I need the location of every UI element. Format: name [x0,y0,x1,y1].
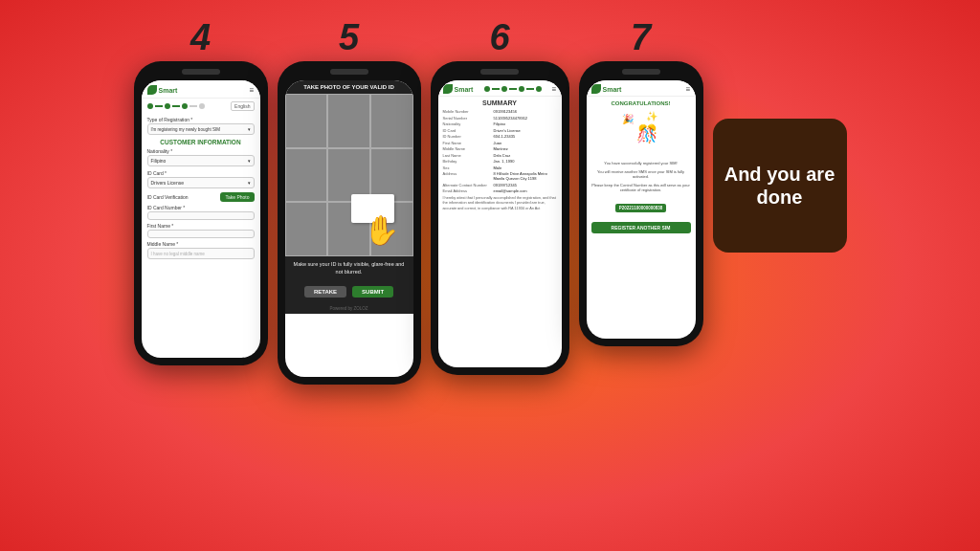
main-container: 4 Smart ≡ [0,0,980,551]
grid-cell-2 [327,94,370,148]
progress-dots-6 [484,86,542,92]
dot-3 [182,103,188,109]
middle-name-input[interactable]: I have no legal middle name [147,248,255,259]
summary-row: Alternate Contact Number09199712345 [443,183,557,187]
done-box: And you are done [713,119,847,253]
dot-6-4 [536,86,542,92]
summary-value: 09199123456 [494,109,517,114]
menu-icon-6[interactable]: ≡ [552,85,557,94]
camera-buttons: RETAKE SUBMIT [285,280,413,303]
line-1 [155,105,163,107]
congrats-text-3: Please keep the Control Number as this w… [591,183,691,193]
summary-row: Last NameDela Cruz [443,153,557,158]
smart-logo-6: Smart [443,84,474,94]
id-card-chevron: ▾ [248,180,251,186]
phone-5-frame: TAKE PHOTO OF YOUR VALID ID [278,61,421,385]
phone-4-screen: Smart ≡ English [142,80,260,358]
retake-button[interactable]: RETAKE [304,286,346,298]
register-another-button[interactable]: REGISTER ANOTHER SIM [591,222,691,233]
summary-key: Address [443,171,491,181]
summary-key: ID Number [443,134,491,139]
leaf-icon-6 [443,84,453,94]
summary-key: Email Address [443,188,491,193]
leaf-icon-7 [591,84,601,94]
phone-4-progress: English [142,99,260,114]
congrats-text-2: You will receive another SMS once your S… [591,169,691,180]
summary-row: ID CardDriver's License [443,128,557,133]
summary-value: 604-1-23435 [494,134,516,139]
nationality-value: Filipino [151,158,167,164]
first-name-input[interactable] [147,230,255,238]
grid-cell-1 [285,94,328,148]
phone-7-frame: Smart ≡ CONGRATULATIONS! 🎉 🎊 ✨ You have … [579,61,703,346]
phone-4-frame: Smart ≡ English [134,61,268,365]
id-number-input[interactable] [147,211,255,220]
language-select[interactable]: English [231,101,254,111]
phone-6-body: SUMMARY Mobile Number09199123456Serial N… [438,97,562,214]
summary-key: Alternate Contact Number [443,183,491,187]
summary-row: Mobile Number09199123456 [443,109,557,114]
type-value: I'm registering my newly bought SIM [151,127,220,132]
type-chevron: ▾ [248,126,251,132]
congrats-text-1: You have successfully registered your SI… [591,161,691,166]
middle-name-placeholder: I have no legal middle name [151,252,205,256]
summary-value: 8 Hillside Drive Annapolis Metro Manila … [494,171,557,181]
summary-key: First Name [443,141,491,145]
step-4-number: 4 [190,19,211,55]
progress-dots-4 [147,103,205,109]
middle-name-label: Middle Name * [147,241,255,247]
line-6-2 [509,88,517,90]
confetti-2: 🎊 [636,123,657,144]
nationality-select[interactable]: Filipino ▾ [147,155,255,166]
dot-2 [165,103,170,109]
summary-rows: Mobile Number09199123456Serial Number511… [443,109,557,193]
phone-6-frame: Smart ≡ SUMMARY Mobile Numbe [431,61,569,375]
summary-value: Male [494,165,502,170]
summary-value: 09199712345 [494,183,517,187]
confetti-3: ✨ [646,111,657,121]
summary-key: Sex [443,165,491,170]
id-card-label: ID Card * [147,170,255,176]
smart-text-7: Smart [603,86,622,93]
phone-7-body: CONGRATULATIONS! 🎉 🎊 ✨ You have successf… [587,97,696,237]
step-6-number: 6 [489,19,509,55]
phone-5-screen: TAKE PHOTO OF YOUR VALID ID [285,80,413,377]
summary-key: Serial Number [443,116,491,121]
step-7-wrapper: 7 Smart ≡ CONGRATULATIONS! 🎉 🎊 ✨ [579,19,703,346]
line-2 [172,105,180,107]
line-6-3 [526,88,534,90]
grid-cell-7 [285,202,328,256]
step-7-number: 7 [631,19,651,55]
dot-6-3 [519,86,524,92]
smart-text-6: Smart [455,86,474,93]
nationality-label: Nationality * [147,148,255,154]
summary-row: Serial Number5110095234478912 [443,116,557,121]
summary-key: ID Card [443,128,491,133]
summary-value: Martinez [494,146,508,151]
dot-6-1 [484,86,490,92]
id-verification-label: ID Card Verification [147,194,189,200]
summary-title: SUMMARY [443,99,557,106]
control-number: P20221100000000838 [615,204,667,212]
summary-key: Last Name [443,153,491,158]
smart-logo-4: Smart [147,85,178,95]
confetti-area: 🎉 🎊 ✨ [612,109,670,157]
summary-row: NationalityFilipino [443,121,557,126]
phone-7-header: Smart ≡ [587,80,696,97]
summary-value: Filipino [494,121,506,126]
phone-6-header: Smart ≡ [438,80,562,97]
submit-button[interactable]: SUBMIT [352,286,393,298]
id-card-value: Drivers License [151,180,184,186]
camera-footer: Powered by ZOLOZ [285,303,413,314]
summary-row: BirthdayJan. 1, 1990 [443,159,557,164]
take-photo-button[interactable]: Take Photo [220,192,254,202]
summary-value: Juan [494,141,502,145]
id-card-select[interactable]: Drivers License ▾ [147,177,255,188]
type-select[interactable]: I'm registering my newly bought SIM ▾ [147,123,255,135]
summary-row: First NameJuan [443,141,557,145]
menu-icon-7[interactable]: ≡ [686,85,691,94]
menu-icon-4[interactable]: ≡ [250,86,255,95]
grid-cell-4 [285,148,328,203]
dot-6-2 [501,86,507,92]
verification-row: ID Card Verification Take Photo [147,192,255,202]
